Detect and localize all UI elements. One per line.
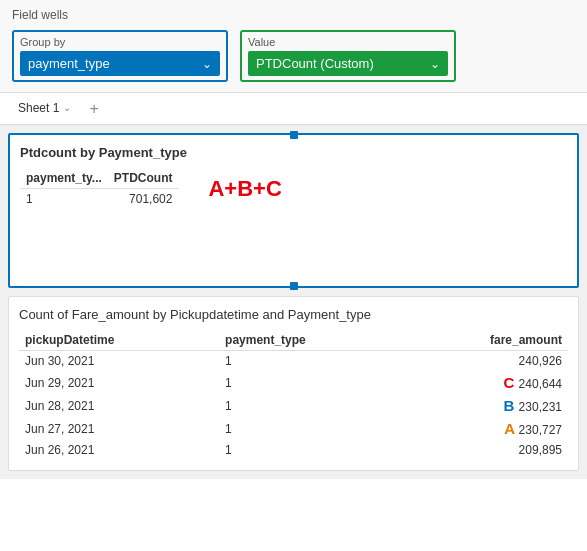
row-type: 1 (219, 394, 402, 417)
top-col-2-header: PTDCount (108, 168, 179, 189)
bottom-col-amount-header: fare_amount (402, 330, 568, 351)
add-sheet-button[interactable]: + (85, 100, 102, 118)
sheet-tab-1[interactable]: Sheet 1 ⌄ (12, 93, 77, 124)
top-chart-table: payment_ty... PTDCount 1 701,602 (20, 168, 178, 209)
row-type: 1 (219, 371, 402, 394)
bottom-col-type-header: payment_type (219, 330, 402, 351)
field-wells: Field wells Group by payment_type ⌄ Valu… (0, 0, 587, 93)
row-date: Jun 26, 2021 (19, 440, 219, 460)
group-by-dropdown[interactable]: payment_type ⌄ (20, 51, 220, 76)
table-row: Jun 28, 20211B 230,231 (19, 394, 568, 417)
row-amount: B 230,231 (402, 394, 568, 417)
top-row-col1: 1 (20, 189, 108, 210)
value-dropdown-text: PTDCount (Custom) (256, 56, 374, 71)
main-content: Ptdcount by Payment_type payment_ty... P… (0, 125, 587, 479)
row-date: Jun 28, 2021 (19, 394, 219, 417)
group-by-label: Group by (20, 36, 220, 48)
row-date: Jun 29, 2021 (19, 371, 219, 394)
sheet-tab-chevron-icon: ⌄ (63, 102, 71, 113)
value-arrow-icon: ⌄ (430, 57, 440, 71)
value-dropdown[interactable]: PTDCount (Custom) ⌄ (248, 51, 448, 76)
annotation-label: C (504, 374, 519, 391)
bottom-chart-panel: Count of Fare_amount by Pickupdatetime a… (8, 296, 579, 471)
table-row: Jun 30, 20211240,926 (19, 351, 568, 372)
group-by-value: payment_type (28, 56, 110, 71)
row-type: 1 (219, 440, 402, 460)
resize-handle-bottom[interactable] (290, 282, 298, 290)
annotation-label: B (504, 397, 519, 414)
top-chart-title: Ptdcount by Payment_type (20, 145, 567, 160)
bottom-col-date-header: pickupDatetime (19, 330, 219, 351)
top-chart-panel: Ptdcount by Payment_type payment_ty... P… (8, 133, 579, 288)
sheet-tabs: Sheet 1 ⌄ + (0, 93, 587, 125)
row-amount: 240,926 (402, 351, 568, 372)
top-col-1-header: payment_ty... (20, 168, 108, 189)
row-amount: A 230,727 (402, 417, 568, 440)
table-row: Jun 26, 20211209,895 (19, 440, 568, 460)
table-row: Jun 27, 20211A 230,727 (19, 417, 568, 440)
row-type: 1 (219, 417, 402, 440)
bottom-chart-table: pickupDatetime payment_type fare_amount … (19, 330, 568, 460)
group-by-arrow-icon: ⌄ (202, 57, 212, 71)
resize-handle-top[interactable] (290, 131, 298, 139)
value-label: Value (248, 36, 448, 48)
annotation-label: A (504, 420, 518, 437)
row-date: Jun 30, 2021 (19, 351, 219, 372)
table-row: 1 701,602 (20, 189, 178, 210)
group-by-box: Group by payment_type ⌄ (12, 30, 228, 82)
row-amount: 209,895 (402, 440, 568, 460)
top-table-row: payment_ty... PTDCount 1 701,602 A+B+C (20, 168, 567, 209)
field-wells-title: Field wells (12, 8, 575, 22)
row-date: Jun 27, 2021 (19, 417, 219, 440)
sheet-tab-name: Sheet 1 (18, 101, 59, 115)
row-amount: C 240,644 (402, 371, 568, 394)
bottom-chart-title: Count of Fare_amount by Pickupdatetime a… (19, 307, 568, 322)
field-wells-row: Group by payment_type ⌄ Value PTDCount (… (12, 30, 575, 82)
table-row: Jun 29, 20211C 240,644 (19, 371, 568, 394)
row-type: 1 (219, 351, 402, 372)
value-box: Value PTDCount (Custom) ⌄ (240, 30, 456, 82)
annotation-abc: A+B+C (208, 176, 281, 202)
top-row-col2: 701,602 (108, 189, 179, 210)
